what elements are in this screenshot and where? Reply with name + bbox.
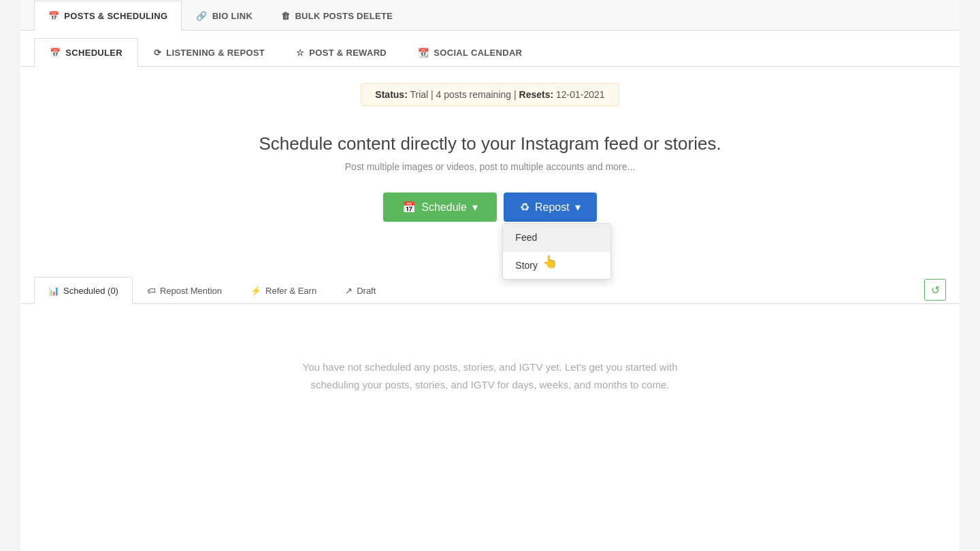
tab-scheduler[interactable]: 📅 SCHEDULER [34,38,138,67]
tab-posts-scheduling-label: POSTS & SCHEDULING [64,11,167,21]
bottom-tab-right: ↺ [924,276,946,303]
trash-icon: 🗑 [281,11,290,21]
refresh-icon: ↺ [931,284,940,297]
repost-dropdown: Feed 👆 Story [502,223,611,280]
tab-bulk-posts-delete-label: Bulk Posts Delete [295,11,393,21]
repost-wrapper: ♻ Repost ▾ Feed 👆 Story [504,193,597,222]
tab-draft[interactable]: ↗ Draft [331,277,390,304]
main-heading: Schedule content directly to your Instag… [34,133,946,154]
tab-listening-repost-label: LISTENING & REPOST [166,48,265,58]
tab-repost-mention[interactable]: 🏷 Repost Mention [133,277,236,304]
chart-icon: 📊 [48,286,59,296]
bottom-tab-bar: 📊 Scheduled (0) 🏷 Repost Mention ⚡ Refer… [20,276,960,304]
story-label: Story [515,260,538,271]
star-icon: ☆ [296,48,304,58]
tag-icon: 🏷 [147,286,156,296]
status-value: Trial [410,89,428,100]
resets-value: 12-01-2021 [556,89,605,100]
tab-scheduled-label: Scheduled (0) [63,286,118,296]
refresh-button[interactable]: ↺ [924,279,946,301]
tab-refer-earn[interactable]: ⚡ Refer & Earn [236,277,331,304]
empty-state-line1: You have not scheduled any posts, storie… [34,358,946,376]
tab-repost-mention-label: Repost Mention [160,286,222,296]
posts-remaining: 4 posts remaining [436,89,512,100]
action-buttons: 📅 Schedule ▾ ♻ Repost ▾ Feed 👆 [34,193,946,222]
repost-button-label: Repost [535,201,570,214]
top-tab-bar: 📅 POSTS & SCHEDULING 🔗 BIO LINK 🗑 Bulk P… [20,0,960,31]
tab-bulk-posts-delete[interactable]: 🗑 Bulk Posts Delete [267,1,407,31]
status-badge: Status: Trial | 4 posts remaining | Rese… [361,83,619,106]
separator1: | [431,89,436,100]
dropdown-item-story[interactable]: Story [503,252,610,279]
listening-icon: ⟳ [154,48,161,58]
repost-caret: ▾ [575,201,581,214]
main-content: Schedule content directly to your Instag… [20,120,960,276]
empty-state-line2: scheduling your posts, stories, and IGTV… [34,376,946,394]
separator2: | [514,89,519,100]
tab-posts-scheduling[interactable]: 📅 POSTS & SCHEDULING [34,1,182,31]
calendar-icon: 📅 [48,11,59,21]
dropdown-item-feed[interactable]: Feed 👆 [503,224,610,252]
status-label: Status: [375,89,407,100]
tab-social-calendar-label: SOCIAL CALENDAR [434,48,522,58]
schedule-calendar-icon: 📅 [402,201,416,214]
link-icon: 🔗 [196,11,207,21]
empty-state: You have not scheduled any posts, storie… [20,304,960,448]
main-subheading: Post multiple images or videos, post to … [34,161,946,172]
feed-label: Feed [515,232,537,243]
recycle-icon: ♻ [520,201,529,214]
tab-social-calendar[interactable]: 📆 SOCIAL CALENDAR [402,38,538,67]
resets-label: Resets: [519,89,554,100]
tab-scheduler-label: SCHEDULER [65,48,122,58]
sub-tab-bar: 📅 SCHEDULER ⟳ LISTENING & REPOST ☆ POST … [20,37,960,67]
schedule-button[interactable]: 📅 Schedule ▾ [383,193,497,222]
tab-post-reward[interactable]: ☆ POST & REWARD [280,38,402,67]
tab-refer-earn-label: Refer & Earn [265,286,316,296]
tab-draft-label: Draft [357,286,376,296]
repost-button[interactable]: ♻ Repost ▾ [504,193,597,222]
schedule-button-label: Schedule [421,201,467,214]
schedule-caret: ▾ [472,201,478,214]
status-bar: Status: Trial | 4 posts remaining | Rese… [20,83,960,106]
tab-bio-link-label: BIO LINK [212,11,252,21]
tab-bio-link[interactable]: 🔗 BIO LINK [182,1,267,31]
calendar2-icon: 📆 [418,48,429,58]
tab-post-reward-label: POST & REWARD [309,48,387,58]
tab-scheduled[interactable]: 📊 Scheduled (0) [34,277,133,304]
bolt-icon: ⚡ [250,286,261,296]
scheduler-icon: 📅 [50,48,61,58]
share-icon: ↗ [345,286,353,296]
tab-listening-repost[interactable]: ⟳ LISTENING & REPOST [138,38,280,67]
